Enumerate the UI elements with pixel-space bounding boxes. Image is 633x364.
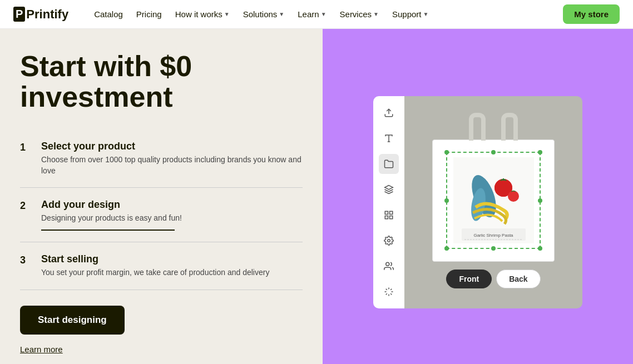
navigation: P Printify Catalog Pricing How it works … bbox=[0, 0, 633, 29]
chevron-down-icon: ▼ bbox=[279, 11, 284, 17]
view-buttons: Front Back bbox=[446, 270, 540, 288]
magic-tool-button[interactable] bbox=[379, 282, 399, 302]
steps-list: 1 Select your product Choose from over 1… bbox=[20, 129, 303, 290]
front-view-button[interactable]: Front bbox=[446, 270, 492, 288]
step-3-content: Start selling You set your profit margin… bbox=[41, 253, 303, 278]
main-layout: Start with $0 investment 1 Select your p… bbox=[0, 29, 633, 364]
nav-solutions[interactable]: Solutions ▼ bbox=[238, 6, 290, 22]
design-area[interactable]: Garlic Shrimp Pasta bbox=[446, 152, 541, 249]
step-2-number: 2 bbox=[20, 200, 31, 212]
upload-tool-button[interactable] bbox=[379, 103, 399, 123]
nav-links: Catalog Pricing How it works ▼ Solutions… bbox=[88, 6, 563, 22]
svg-line-14 bbox=[390, 293, 392, 295]
resize-handle-tm[interactable] bbox=[491, 150, 496, 154]
resize-handle-bm[interactable] bbox=[491, 246, 496, 251]
layers-tool-button[interactable] bbox=[379, 179, 399, 200]
right-panel: Garlic Shrimp Pasta Front Back bbox=[323, 29, 633, 364]
bag-handle-left bbox=[469, 113, 486, 141]
step-2-title: Add your design bbox=[41, 199, 303, 211]
frames-tool-button[interactable] bbox=[379, 205, 399, 225]
product-canvas: Garlic Shrimp Pasta Front Back bbox=[404, 96, 582, 308]
start-designing-button[interactable]: Start designing bbox=[20, 306, 125, 335]
team-tool-button[interactable] bbox=[379, 256, 399, 276]
step-2: 2 Add your design Designing your product… bbox=[20, 188, 303, 242]
design-illustration: Garlic Shrimp Pasta bbox=[447, 153, 540, 248]
editor-toolbar bbox=[373, 96, 404, 308]
step-1-number: 1 bbox=[20, 142, 31, 153]
svg-line-13 bbox=[386, 288, 387, 290]
nav-services[interactable]: Services ▼ bbox=[334, 6, 384, 22]
nav-learn[interactable]: Learn ▼ bbox=[292, 6, 332, 22]
svg-point-25 bbox=[508, 191, 519, 202]
svg-line-17 bbox=[386, 293, 387, 295]
resize-handle-tr[interactable] bbox=[538, 150, 542, 154]
step-1-desc: Choose from over 1000 top quality produc… bbox=[41, 154, 303, 176]
step-1: 1 Select your product Choose from over 1… bbox=[20, 129, 303, 188]
nav-howitworks[interactable]: How it works ▼ bbox=[170, 6, 235, 22]
step-1-content: Select your product Choose from over 100… bbox=[41, 141, 303, 176]
text-tool-button[interactable] bbox=[379, 128, 399, 148]
svg-point-10 bbox=[386, 262, 389, 266]
step-3: 3 Start selling You set your profit marg… bbox=[20, 242, 303, 290]
editor-mockup: Garlic Shrimp Pasta Front Back bbox=[373, 96, 582, 308]
settings-tool-button[interactable] bbox=[379, 231, 399, 251]
logo[interactable]: P Printify bbox=[13, 7, 68, 22]
step-1-title: Select your product bbox=[41, 141, 303, 152]
step-2-content: Add your design Designing your products … bbox=[41, 199, 303, 231]
resize-handle-bl[interactable] bbox=[444, 246, 449, 251]
my-store-button[interactable]: My store bbox=[563, 4, 620, 24]
nav-support[interactable]: Support ▼ bbox=[387, 6, 434, 22]
hero-title: Start with $0 investment bbox=[20, 51, 303, 112]
logo-icon: P bbox=[13, 7, 25, 22]
svg-rect-7 bbox=[390, 216, 393, 218]
svg-point-9 bbox=[388, 239, 390, 242]
step-3-desc: You set your profit margin, we take care… bbox=[41, 267, 303, 278]
svg-text:Garlic Shrimp Pasta: Garlic Shrimp Pasta bbox=[473, 233, 513, 238]
nav-pricing[interactable]: Pricing bbox=[131, 6, 167, 22]
step-2-progress-bar bbox=[41, 230, 175, 231]
resize-handle-mr[interactable] bbox=[538, 198, 542, 203]
svg-rect-8 bbox=[385, 216, 388, 218]
folder-tool-button[interactable] bbox=[379, 154, 399, 174]
bag-wrapper: Garlic Shrimp Pasta bbox=[432, 113, 555, 262]
svg-rect-5 bbox=[385, 211, 388, 214]
nav-catalog[interactable]: Catalog bbox=[88, 6, 128, 22]
step-2-desc: Designing your products is easy and fun! bbox=[41, 213, 303, 224]
step-3-number: 3 bbox=[20, 255, 31, 266]
resize-handle-ml[interactable] bbox=[444, 198, 449, 203]
left-panel: Start with $0 investment 1 Select your p… bbox=[0, 29, 323, 364]
chevron-down-icon: ▼ bbox=[373, 11, 379, 17]
bag-handles bbox=[469, 113, 518, 141]
bag-body: Garlic Shrimp Pasta bbox=[432, 139, 555, 262]
bag-handle-right bbox=[501, 113, 518, 141]
step-3-title: Start selling bbox=[41, 253, 303, 265]
chevron-down-icon: ▼ bbox=[321, 11, 327, 17]
learn-more-link[interactable]: Learn more bbox=[20, 345, 63, 354]
svg-line-18 bbox=[390, 288, 392, 290]
logo-text: Printify bbox=[26, 7, 68, 22]
back-view-button[interactable]: Back bbox=[496, 270, 540, 288]
resize-handle-br[interactable] bbox=[538, 246, 542, 251]
svg-rect-6 bbox=[390, 211, 393, 214]
chevron-down-icon: ▼ bbox=[423, 11, 429, 17]
resize-handle-tl[interactable] bbox=[444, 150, 449, 154]
chevron-down-icon: ▼ bbox=[224, 11, 230, 17]
svg-marker-4 bbox=[385, 185, 393, 190]
bottom-actions: Start designing Learn more bbox=[20, 306, 303, 355]
